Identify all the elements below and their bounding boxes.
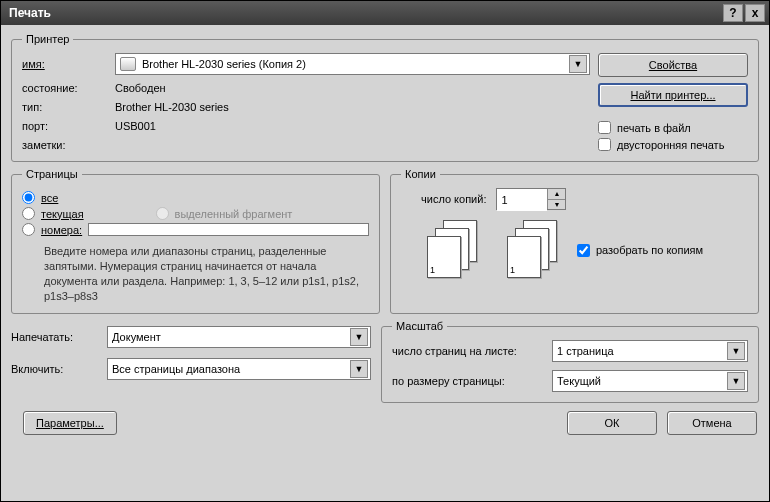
chevron-down-icon: ▼ — [569, 55, 587, 73]
find-printer-button[interactable]: Найти принтер... — [598, 83, 748, 107]
printer-name-select[interactable]: Brother HL-2030 series (Копия 2) ▼ — [115, 53, 590, 75]
printer-port-label: порт: — [22, 120, 102, 132]
window-title: Печать — [9, 6, 721, 20]
properties-button[interactable]: Свойства — [598, 53, 748, 77]
scale-group: Масштаб число страниц на листе: 1 страни… — [381, 320, 759, 403]
pages-all-radio[interactable] — [22, 191, 35, 204]
cancel-button[interactable]: Отмена — [667, 411, 757, 435]
printer-notes-label: заметки: — [22, 139, 102, 151]
titlebar: Печать ? x — [1, 1, 769, 25]
copies-count-spinner[interactable]: ▲ ▼ — [496, 188, 566, 210]
printer-state-value: Свободен — [115, 82, 590, 94]
pages-numbers-label: номера: — [41, 224, 82, 236]
pages-numbers-radio[interactable] — [22, 223, 35, 236]
print-dialog: Печать ? x Принтер имя: Brother HL-2030 … — [0, 0, 770, 502]
include-label: Включить: — [11, 363, 101, 375]
pages-per-sheet-select[interactable]: 1 страница ▼ — [552, 340, 748, 362]
pages-numbers-input[interactable] — [88, 223, 369, 236]
duplex-label: двусторонняя печать — [617, 139, 724, 151]
print-what-select[interactable]: Документ ▼ — [107, 326, 371, 348]
pages-per-sheet-value: 1 страница — [557, 345, 727, 357]
pages-all-label: все — [41, 192, 58, 204]
print-to-file-checkbox[interactable] — [598, 121, 611, 134]
ok-button[interactable]: ОК — [567, 411, 657, 435]
copies-group: Копии число копий: ▲ ▼ 3 — [390, 168, 759, 314]
output-controls: Напечатать: Документ ▼ Включить: Все стр… — [11, 320, 371, 403]
copies-legend: Копии — [401, 168, 440, 180]
printer-port-value: USB001 — [115, 120, 590, 132]
pages-current-label: текущая — [41, 208, 84, 220]
printer-type-value: Brother HL-2030 series — [115, 101, 590, 113]
printer-name-label: имя: — [22, 58, 102, 70]
button-bar: Параметры... ОК Отмена — [11, 409, 759, 435]
chevron-down-icon: ▼ — [350, 328, 368, 346]
pages-selection-label: выделенный фрагмент — [175, 208, 293, 220]
close-button[interactable]: x — [745, 4, 765, 22]
fit-to-label: по размеру страницы: — [392, 375, 552, 387]
print-what-value: Документ — [112, 331, 350, 343]
pages-group: Страницы все текущая выделенный фрагмент… — [11, 168, 380, 314]
include-value: Все страницы диапазона — [112, 363, 350, 375]
chevron-down-icon: ▼ — [727, 372, 745, 390]
fit-to-value: Текущий — [557, 375, 727, 387]
duplex-checkbox[interactable] — [598, 138, 611, 151]
spin-down-icon[interactable]: ▼ — [547, 200, 565, 210]
chevron-down-icon: ▼ — [350, 360, 368, 378]
printer-state-label: состояние: — [22, 82, 102, 94]
scale-legend: Масштаб — [392, 320, 447, 332]
print-to-file-label: печать в файл — [617, 122, 691, 134]
copies-count-input[interactable] — [497, 189, 547, 211]
collate-preview: 3 2 1 3 2 1 — [427, 220, 557, 280]
spin-up-icon[interactable]: ▲ — [547, 189, 565, 200]
help-button[interactable]: ? — [723, 4, 743, 22]
client-area: Принтер имя: Brother HL-2030 series (Коп… — [1, 25, 769, 501]
chevron-down-icon: ▼ — [727, 342, 745, 360]
pages-legend: Страницы — [22, 168, 82, 180]
copies-count-label: число копий: — [421, 193, 486, 205]
pages-hint: Введите номера или диапазоны страниц, ра… — [22, 244, 369, 303]
pages-per-sheet-label: число страниц на листе: — [392, 345, 552, 357]
print-what-label: Напечатать: — [11, 331, 101, 343]
printer-group: Принтер имя: Brother HL-2030 series (Коп… — [11, 33, 759, 162]
options-button[interactable]: Параметры... — [23, 411, 117, 435]
fit-to-select[interactable]: Текущий ▼ — [552, 370, 748, 392]
collate-label: разобрать по копиям — [596, 244, 703, 256]
include-select[interactable]: Все страницы диапазона ▼ — [107, 358, 371, 380]
pages-current-radio[interactable] — [22, 207, 35, 220]
pages-selection-radio — [156, 207, 169, 220]
collate-checkbox[interactable] — [577, 244, 590, 257]
printer-type-label: тип: — [22, 101, 102, 113]
printer-icon — [120, 57, 136, 71]
printer-name-value: Brother HL-2030 series (Копия 2) — [142, 58, 569, 70]
printer-legend: Принтер — [22, 33, 73, 45]
